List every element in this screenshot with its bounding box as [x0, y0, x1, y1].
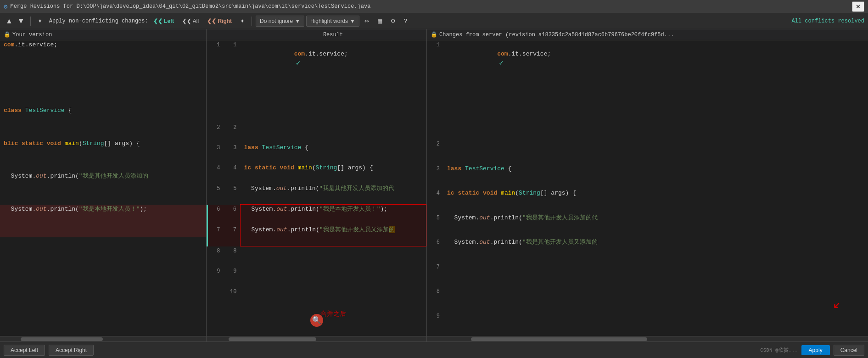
- dropdown-arrow-icon: ▼: [295, 18, 300, 24]
- settings-icon-button[interactable]: ⚙: [387, 16, 399, 27]
- window-title: Merge Revisions for D:\OOP\java\develop_…: [10, 3, 849, 10]
- cancel-button[interactable]: Cancel: [834, 345, 864, 356]
- center-line-num-left-8: 8: [207, 246, 224, 267]
- table-row: class TestService {: [0, 106, 206, 139]
- nav-prev-button[interactable]: ▲: [4, 16, 15, 26]
- table-row: 6 6 System.out.println("我是本地开发人员！");: [207, 205, 426, 225]
- left-code-area[interactable]: com.it.service; class TestService { blic…: [0, 40, 206, 336]
- separator-1: [30, 17, 31, 26]
- nav-arrows: ▲ ▼: [4, 16, 27, 26]
- right-line-num-7: 7: [427, 263, 443, 287]
- highlight-words-dropdown[interactable]: Highlight words ▼: [306, 16, 359, 27]
- center-line-num-left-1: 1: [207, 40, 224, 123]
- right-code-line-6: System.out.println("我是其他开发人员又添加的: [443, 238, 868, 262]
- accept-icon-button[interactable]: ✦: [237, 16, 248, 27]
- right-line-num-9: 9: [427, 312, 443, 336]
- right-line-num-2: 2: [427, 140, 443, 164]
- right-line-num-6: 6: [427, 238, 443, 262]
- lock-icon-right: 🔒: [431, 31, 437, 38]
- right-scroll-thumb[interactable]: [471, 337, 647, 341]
- table-row: 1 com.it.service; ✓: [427, 40, 868, 140]
- apply-button[interactable]: Apply: [801, 345, 830, 355]
- highlight-dropdown-arrow-icon: ▼: [350, 18, 355, 24]
- right-code-table: 1 com.it.service; ✓ 2 3 lass TestService…: [427, 40, 868, 336]
- center-code-line-3: lass TestService {: [241, 143, 426, 163]
- table-row: [0, 237, 206, 270]
- center-line-nums-header: [207, 29, 240, 40]
- center-code-line-7: System.out.println("我是其他开发人员又添加的: [241, 225, 426, 246]
- accept-left-button[interactable]: Accept Left: [4, 345, 45, 356]
- center-line-num-left-2: 2: [207, 123, 224, 143]
- check-mark-right-1: ✓: [499, 59, 504, 67]
- table-row: blic static void main(String[] args) {: [0, 139, 206, 172]
- table-row: com.it.service;: [0, 40, 206, 73]
- left-code-line-9: [0, 303, 206, 336]
- merge-label-spacer: [207, 308, 241, 336]
- center-line-num-left-9: 9: [207, 267, 224, 287]
- accept-right-button[interactable]: Accept Right: [49, 345, 94, 356]
- center-scroll-area[interactable]: [207, 336, 426, 341]
- highlight-words-label: Highlight words: [310, 18, 348, 24]
- center-line-num-left-4: 4: [207, 163, 224, 184]
- table-row: 10: [207, 287, 426, 308]
- table-row: 4 4 ic static void main(String[] args) {: [207, 163, 426, 184]
- center-line-num-left-6: 6: [207, 205, 224, 225]
- left-code-line-4: blic static void main(String[] args) {: [0, 139, 206, 172]
- table-row: 9 9: [207, 267, 426, 287]
- right-line-num-1: 1: [427, 40, 443, 140]
- left-scroll-thumb[interactable]: [21, 337, 103, 341]
- right-code-line-7: [443, 263, 868, 287]
- table-row: 2: [427, 140, 868, 164]
- center-line-num-right-7: 7: [224, 225, 241, 246]
- left-panel-header: 🔒 Your version: [0, 29, 206, 40]
- center-line-num-right-2: 2: [224, 123, 241, 143]
- help-icon-button[interactable]: ?: [401, 16, 410, 27]
- center-line-num-left-10: [207, 287, 224, 308]
- left-code-line-6: System.out.println("我是本地开发人员！");: [0, 205, 206, 238]
- check-mark-1: ✓: [296, 59, 301, 67]
- table-row: 4 ic static void main(String[] args) {: [427, 189, 868, 213]
- center-scroll-thumb[interactable]: [229, 337, 317, 341]
- right-line-num-3: 3: [427, 164, 443, 189]
- left-code-table: com.it.service; class TestService { blic…: [0, 40, 206, 336]
- center-code-line-1: com.it.service; ✓: [241, 40, 426, 123]
- center-code-area[interactable]: 1 1 com.it.service; ✓ 2 2: [207, 40, 426, 336]
- table-row: 5 System.out.println("我是其他开发人员添加的代: [427, 213, 868, 238]
- apply-left-button[interactable]: ❮❮ Left: [150, 16, 177, 27]
- table-row: [0, 303, 206, 336]
- search-float-button[interactable]: 🔍: [310, 314, 323, 327]
- left-scroll-area[interactable]: [0, 336, 206, 341]
- left-code-line-3: class TestService {: [0, 106, 206, 139]
- center-line-num-right-1: 1: [224, 40, 241, 123]
- columns-icon-button[interactable]: ▦: [374, 16, 386, 27]
- status-resolved: All conflicts resolved: [792, 18, 864, 24]
- table-row: 8: [427, 287, 868, 311]
- right-code-line-5: System.out.println("我是其他开发人员添加的代: [443, 213, 868, 238]
- watermark-text: CSDN @欣赏...: [760, 347, 797, 353]
- magic-button[interactable]: ✦: [34, 16, 45, 27]
- center-code-line-9: [241, 267, 426, 287]
- split-icon-button[interactable]: ⇔: [361, 16, 372, 27]
- apply-right-button[interactable]: ❮❮ Right: [204, 16, 235, 27]
- right-scroll-area[interactable]: [427, 336, 868, 341]
- right-code-line-9: [443, 312, 868, 336]
- bottom-bar: Accept Left Accept Right CSDN @欣赏... App…: [0, 341, 868, 358]
- nav-next-button[interactable]: ▼: [16, 16, 27, 26]
- center-line-num-right-10: 10: [224, 287, 241, 308]
- right-code-line-1: com.it.service; ✓: [443, 40, 868, 140]
- do-not-ignore-dropdown[interactable]: Do not ignore ▼: [256, 16, 304, 27]
- table-row: 3 3 lass TestService {: [207, 143, 426, 163]
- apply-all-button[interactable]: ❮❮ All: [179, 16, 202, 27]
- center-code-line-2: [241, 123, 426, 143]
- table-row: 1 1 com.it.service; ✓: [207, 40, 426, 123]
- close-button[interactable]: ✕: [852, 1, 864, 12]
- apply-right-label: ❮❮ Right: [207, 18, 232, 24]
- table-row: 9: [427, 312, 868, 336]
- apply-all-label: ❮❮ All: [182, 18, 199, 24]
- center-line-num-right-4: 4: [224, 163, 241, 184]
- center-line-num-right-5: 5: [224, 184, 241, 205]
- table-row: System.out.println("我是其他开发人员添加的: [0, 172, 206, 205]
- right-code-area[interactable]: 1 com.it.service; ✓ 2 3 lass TestService…: [427, 40, 868, 336]
- center-line-num-right-9: 9: [224, 267, 241, 287]
- right-panel: 🔒 Changes from server (revision a183354c…: [427, 29, 868, 341]
